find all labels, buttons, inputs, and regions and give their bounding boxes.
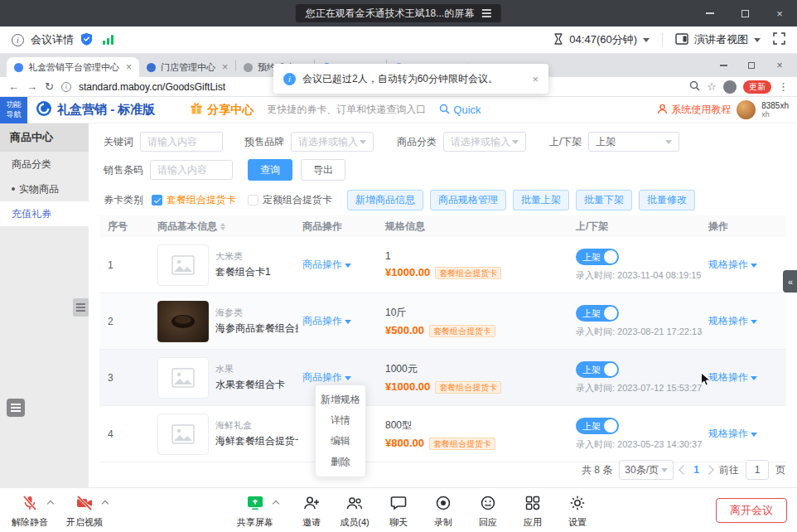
site-info-icon[interactable]: i (61, 82, 71, 92)
browser-menu-icon[interactable]: ⋮ (778, 80, 789, 93)
keyword-input[interactable] (140, 132, 223, 152)
zoom-search-icon[interactable] (689, 80, 700, 94)
sidebar-title-product-center[interactable]: 商品中心 (0, 123, 89, 152)
prev-page-icon[interactable] (679, 465, 688, 474)
record-button[interactable]: 录制 (418, 494, 468, 529)
floating-list-button[interactable] (7, 399, 25, 417)
apps-button[interactable]: 应用 (508, 494, 558, 529)
category-select[interactable]: 请选择或输入 (443, 132, 526, 152)
sidebar-drag-handle[interactable] (73, 298, 89, 317)
sidebar-item-product-category[interactable]: 商品分类 (0, 152, 89, 177)
timer-dropdown-icon[interactable] (643, 38, 650, 46)
start-video-button[interactable]: 开启视频 (60, 494, 109, 529)
spec-action-dropdown[interactable]: 规格操作 (708, 370, 757, 384)
share-screen-button[interactable]: 共享屏幕 (230, 494, 280, 529)
tab-close-icon[interactable]: × (222, 61, 228, 73)
onshelf-toggle[interactable]: 上架 (576, 249, 619, 265)
checkbox-fixed-amount[interactable]: 定额组合提货卡 (248, 193, 332, 207)
add-product-button[interactable]: 新增商品信息 (347, 190, 423, 210)
tab-title: 门店管理中心 (161, 61, 215, 74)
spec-action-dropdown[interactable]: 规格操作 (708, 314, 757, 328)
onshelf-toggle[interactable]: 上架 (576, 305, 619, 322)
menu-item-edit[interactable]: 编辑 (316, 431, 365, 452)
browser-profile-avatar[interactable] (723, 80, 737, 94)
per-page-select[interactable]: 30条/页 (619, 460, 674, 480)
mic-options-chevron[interactable] (47, 501, 54, 507)
browser-tab-active[interactable]: 礼盒营销平台管理中心 × (7, 57, 139, 77)
product-action-dropdown-open[interactable]: 商品操作 (302, 370, 351, 384)
banner-menu-icon[interactable] (482, 9, 491, 17)
sidebar-item-physical-goods[interactable]: 实物商品 (0, 177, 89, 201)
panel-collapse-button[interactable]: « (783, 270, 797, 293)
bookmark-star-icon[interactable]: ☆ (707, 80, 717, 93)
username[interactable]: 8385xh xh (761, 101, 789, 119)
tab-favicon (244, 63, 253, 72)
share-options-chevron[interactable] (273, 501, 279, 507)
invite-button[interactable]: 邀请 (287, 494, 336, 529)
window-close-button[interactable]: × (762, 0, 797, 27)
product-action-dropdown[interactable]: 商品操作 (302, 314, 351, 328)
onshelf-toggle[interactable]: 上架 (576, 361, 619, 378)
browser-maximize-button[interactable] (737, 54, 766, 77)
app-logo[interactable]: 礼盒营销 - 标准版 (36, 100, 155, 120)
network-signal-icon[interactable] (103, 35, 114, 45)
meeting-details-link[interactable]: 会议详情 (31, 32, 74, 47)
brand-select[interactable]: 请选择或输入 (291, 132, 374, 152)
browser-tab[interactable]: 门店管理中心 × (139, 57, 235, 77)
share-center-link[interactable]: 分享中心 (190, 102, 254, 118)
screen-share-banner[interactable]: 您正在观看金禾通技术王斌18...的屏幕 (296, 4, 501, 22)
toast-close-icon[interactable]: × (532, 73, 539, 85)
security-shield-icon[interactable] (80, 32, 93, 48)
fullscreen-icon[interactable] (773, 32, 785, 47)
batch-onshelf-button[interactable]: 批量上架 (513, 190, 569, 210)
menu-item-delete[interactable]: 删除 (316, 452, 365, 472)
goto-page-input[interactable] (746, 460, 769, 480)
back-icon[interactable]: ← (8, 80, 19, 93)
next-page-icon[interactable] (704, 465, 713, 474)
gift-icon (190, 102, 203, 118)
brand-label: 预售品牌 (244, 135, 284, 149)
forward-icon[interactable]: → (27, 80, 37, 93)
browser-close-button[interactable]: × (766, 54, 794, 77)
chat-button[interactable]: 聊天 (374, 494, 423, 529)
unmute-button[interactable]: 解除静音 (5, 494, 55, 529)
quick-search-link[interactable]: Quick (439, 104, 481, 117)
settings-button[interactable]: 设置 (553, 494, 602, 529)
batch-edit-button[interactable]: 批量修改 (639, 190, 695, 210)
checkbox-package-combo[interactable]: 套餐组合提货卡 (152, 193, 236, 207)
window-minimize-button[interactable] (693, 0, 727, 27)
members-button[interactable]: 成员(4) (330, 494, 379, 529)
search-button[interactable]: 查询 (248, 159, 292, 181)
barcode-input[interactable] (150, 160, 233, 180)
product-action-dropdown[interactable]: 商品操作 (302, 258, 351, 272)
browser-minimize-button[interactable] (709, 54, 737, 77)
leave-meeting-button[interactable]: 离开会议 (716, 498, 787, 523)
sort-icon[interactable] (220, 223, 225, 230)
camera-options-chevron[interactable] (102, 501, 109, 507)
meeting-timer[interactable]: 04:47(60分钟) (569, 32, 637, 47)
batch-offshelf-button[interactable]: 批量下架 (576, 190, 632, 210)
chevron-down-icon (360, 140, 366, 148)
react-button[interactable]: 回应 (463, 494, 513, 529)
onshelf-toggle[interactable]: 上架 (576, 418, 619, 434)
spec-action-dropdown[interactable]: 规格操作 (708, 427, 757, 441)
product-action-menu: 新增规格 详情 编辑 删除 (315, 384, 366, 477)
export-button[interactable]: 导出 (301, 159, 345, 181)
tutorial-link[interactable]: 系统使用教程 (657, 103, 731, 117)
card-type-label: 券卡类别 (104, 193, 143, 207)
view-dropdown-icon[interactable] (754, 38, 761, 46)
sidebar-item-recharge-voucher[interactable]: 充值礼券 (0, 201, 89, 226)
tab-close-icon[interactable]: × (126, 61, 132, 73)
window-maximize-button[interactable] (727, 0, 762, 27)
view-mode-selector[interactable]: 演讲者视图 (694, 32, 748, 47)
menu-item-details[interactable]: 详情 (316, 410, 365, 431)
menu-item-add-spec[interactable]: 新增规格 (316, 389, 365, 410)
spec-action-dropdown[interactable]: 规格操作 (708, 258, 757, 272)
shelf-select[interactable]: 上架 (588, 132, 679, 152)
user-avatar[interactable] (737, 100, 756, 119)
reload-icon[interactable]: ↻ (45, 80, 54, 93)
current-page[interactable]: 1 (693, 464, 699, 476)
browser-update-button[interactable]: 更新 (743, 80, 771, 94)
function-nav-button[interactable]: 功能 导航 (0, 97, 27, 123)
spec-manage-button[interactable]: 商品规格管理 (430, 190, 506, 210)
